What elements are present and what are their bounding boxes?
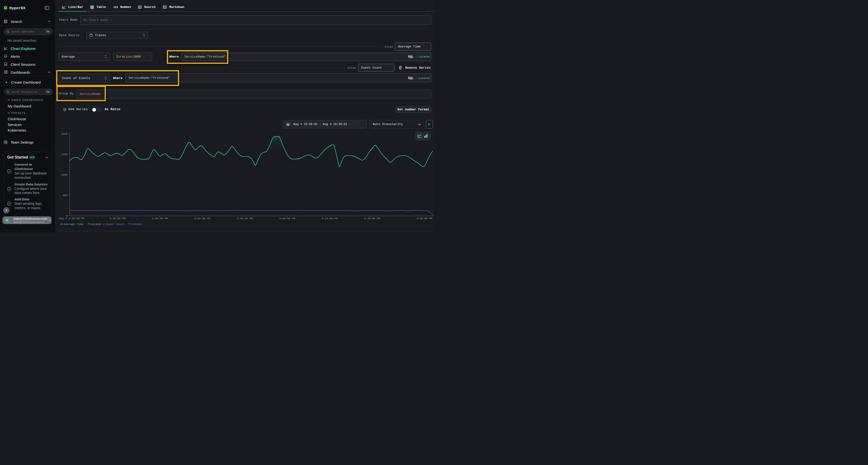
svg-text:320K: 320K [61,133,68,135]
svg-text:frontend: frontend [88,223,101,226]
svg-text:Average Time: Average Time [63,223,84,226]
svg-text:4:30:00 PM: 4:30:00 PM [416,217,432,220]
svg-text:240K: 240K [61,153,68,156]
svg-text:0: 0 [66,214,67,217]
svg-text:4:06:00 PM: 4:06:00 PM [279,217,295,220]
svg-text:3:52:00 PM: 3:52:00 PM [194,217,210,220]
svg-text:Event Count: Event Count [106,223,124,226]
svg-text:160K: 160K [61,173,68,176]
svg-text:3:59:00 PM: 3:59:00 PM [237,217,253,220]
svg-text:·: · [84,223,86,226]
svg-text:3:38:00 PM: 3:38:00 PM [110,217,125,220]
svg-text:frontend: frontend [128,223,142,226]
svg-text:3:45:00 PM: 3:45:00 PM [152,217,168,220]
svg-text:80K: 80K [63,194,67,197]
svg-text:Aug 4 3:30:00 PM: Aug 4 3:30:00 PM [59,217,84,220]
svg-text:4:20:00 PM: 4:20:00 PM [364,217,380,220]
svg-text:4:13:00 PM: 4:13:00 PM [322,217,338,220]
svg-text:·: · [125,223,127,226]
